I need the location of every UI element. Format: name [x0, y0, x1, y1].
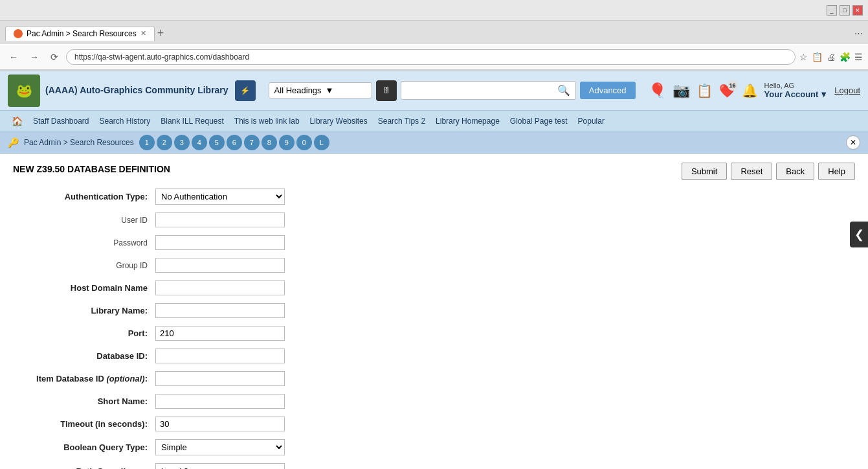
- timeout-input[interactable]: [155, 417, 285, 431]
- back-btn[interactable]: Back: [776, 163, 814, 180]
- form-row-library-name: Library Name:: [13, 302, 855, 319]
- host-domain-input[interactable]: [155, 280, 285, 295]
- menu-btn[interactable]: ☰: [854, 52, 863, 62]
- home-icon: 🏠: [12, 116, 23, 126]
- help-btn[interactable]: Help: [818, 163, 855, 180]
- nav-library-websites[interactable]: Library Websites: [306, 114, 372, 128]
- back-arrow-btn[interactable]: ❮: [850, 222, 868, 247]
- logout-btn[interactable]: Logout: [834, 86, 860, 95]
- page-btn-2[interactable]: 2: [157, 135, 172, 150]
- page-btn-8[interactable]: 8: [262, 135, 277, 150]
- tab-favicon: [14, 29, 23, 38]
- pagination-buttons: 1 2 3 4 5 6 7 8 9 0 L: [139, 135, 329, 150]
- search-input[interactable]: [406, 86, 557, 95]
- library-name-label: Library Name:: [13, 306, 155, 315]
- search-type-dropdown[interactable]: All Headings ▼: [269, 82, 372, 98]
- back-nav-btn[interactable]: ←: [5, 51, 22, 63]
- password-label: Password: [13, 238, 155, 247]
- page-btn-1[interactable]: 1: [139, 135, 155, 150]
- form-row-item-db-id: Item Database ID (optional):: [13, 370, 855, 387]
- submit-btn[interactable]: Submit: [682, 163, 727, 180]
- form-row-boolean-query: Boolean Query Type: Simple Complex: [13, 438, 855, 457]
- nav-global-page-test[interactable]: Global Page test: [506, 114, 572, 128]
- minimize-btn[interactable]: _: [827, 5, 837, 16]
- action-buttons: Submit Reset Back Help: [682, 163, 855, 180]
- page-btn-6[interactable]: 6: [227, 135, 242, 150]
- search-area: All Headings ▼ 🗄 🔍 Advanced: [269, 80, 636, 101]
- form-row-bath: Bath Compliance: Level 0 Level 1 Level 2: [13, 462, 855, 469]
- item-db-id-label: Item Database ID (optional):: [13, 374, 155, 383]
- library-name-input[interactable]: [155, 303, 285, 318]
- optional-label: (optional): [106, 374, 144, 383]
- nav-search-tips[interactable]: Search Tips 2: [374, 114, 429, 128]
- port-label: Port:: [13, 328, 155, 338]
- short-name-label: Short Name:: [13, 396, 155, 406]
- home-nav-btn[interactable]: 🏠: [8, 113, 27, 129]
- header-right: 🎈 📷 📋 ❤️ 16 🔔 Hello, AG Your Account ▼ L…: [649, 82, 860, 99]
- reset-btn[interactable]: Reset: [731, 163, 772, 180]
- browser-titlebar: _ □ ✕: [0, 0, 868, 21]
- nav-library-homepage[interactable]: Library Homepage: [432, 114, 504, 128]
- browser-frame: _ □ ✕ Pac Admin > Search Resources ✕ + ⋯…: [0, 0, 868, 71]
- maximize-btn[interactable]: □: [840, 5, 850, 16]
- user-id-label: User ID: [13, 216, 155, 225]
- tab-menu-icon[interactable]: ⋯: [854, 29, 863, 38]
- auth-type-select[interactable]: No Authentication Basic Group: [155, 189, 285, 205]
- nav-bar: 🏠 Staff Dashboard Search History Blank I…: [0, 111, 868, 132]
- account-area: Hello, AG Your Account ▼: [764, 82, 829, 99]
- forward-nav-btn[interactable]: →: [26, 51, 43, 63]
- password-input[interactable]: [155, 235, 285, 250]
- database-id-input[interactable]: [155, 349, 285, 363]
- item-db-id-input[interactable]: [155, 371, 285, 386]
- user-id-input[interactable]: [155, 212, 285, 227]
- page-btn-0[interactable]: 0: [296, 135, 312, 150]
- breadcrumb-close-btn[interactable]: ✕: [846, 135, 860, 150]
- nav-search-history[interactable]: Search History: [96, 114, 155, 128]
- url-bar[interactable]: [66, 49, 796, 65]
- page-btn-4[interactable]: 4: [192, 135, 207, 150]
- extensions-btn[interactable]: 🧩: [840, 52, 851, 62]
- active-tab[interactable]: Pac Admin > Search Resources ✕: [5, 26, 155, 41]
- database-icon[interactable]: 🗄: [376, 80, 397, 101]
- tab-close-btn[interactable]: ✕: [140, 29, 146, 38]
- group-id-input[interactable]: [155, 258, 285, 273]
- search-go-btn[interactable]: 🔍: [557, 84, 570, 97]
- close-btn[interactable]: ✕: [852, 5, 863, 16]
- timeout-label: Timeout (in seconds):: [13, 419, 155, 429]
- page-btn-L[interactable]: L: [314, 135, 329, 150]
- port-input[interactable]: [155, 326, 285, 341]
- bath-select[interactable]: Level 0 Level 1 Level 2: [155, 463, 285, 469]
- hot-air-balloon-icon[interactable]: 🎈: [649, 82, 666, 99]
- bookmark-star-btn[interactable]: ☆: [799, 52, 808, 62]
- nav-blank-ill[interactable]: Blank ILL Request: [157, 114, 228, 128]
- camera-icon[interactable]: 📷: [673, 82, 690, 99]
- print-btn[interactable]: 🖨: [827, 52, 836, 62]
- hello-text: Hello, AG: [764, 82, 794, 89]
- page-btn-7[interactable]: 7: [244, 135, 260, 150]
- new-tab-btn[interactable]: +: [157, 27, 164, 40]
- boolean-query-select[interactable]: Simple Complex: [155, 439, 285, 455]
- form-row-password: Password: [13, 234, 855, 251]
- form-row-group-id: Group ID: [13, 257, 855, 274]
- heart-icon[interactable]: ❤️ 16: [719, 83, 735, 98]
- advanced-search-btn[interactable]: Advanced: [580, 82, 636, 99]
- account-dropdown-btn[interactable]: Your Account ▼: [764, 89, 829, 99]
- account-label: Your Account: [764, 89, 819, 99]
- page-btn-5[interactable]: 5: [209, 135, 225, 150]
- page-btn-3[interactable]: 3: [174, 135, 190, 150]
- nav-staff-dashboard[interactable]: Staff Dashboard: [29, 114, 93, 128]
- nav-web-link-lab[interactable]: This is web link lab: [230, 114, 304, 128]
- tab-title: Pac Admin > Search Resources: [27, 29, 137, 38]
- form-row-short-name: Short Name:: [13, 393, 855, 410]
- short-name-input[interactable]: [155, 394, 285, 409]
- logo-area: 🐸 (AAAA) Auto-Graphics Community Library: [8, 74, 228, 107]
- key-icon: 🔑: [8, 137, 19, 148]
- form-row-port: Port:: [13, 325, 855, 342]
- bell-icon[interactable]: 🔔: [742, 83, 758, 98]
- reload-btn[interactable]: ⟳: [47, 51, 62, 63]
- clipboard-icon[interactable]: 📋: [696, 83, 713, 98]
- nav-popular[interactable]: Popular: [574, 114, 608, 128]
- reader-mode-btn[interactable]: 📋: [812, 52, 823, 62]
- window-controls: _ □ ✕: [827, 5, 863, 16]
- page-btn-9[interactable]: 9: [279, 135, 295, 150]
